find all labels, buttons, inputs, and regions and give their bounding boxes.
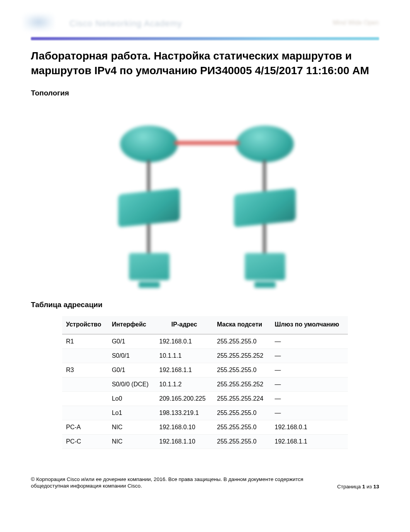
header-brand-text: Cisco Networking Academy <box>69 19 193 29</box>
header-right-text: Mind Wide Open <box>333 19 379 28</box>
table-row: PC-ANIC192.168.0.10255.255.255.0192.168.… <box>62 420 348 434</box>
cell-device: R3 <box>62 363 108 377</box>
cell-interface: NIC <box>108 434 156 449</box>
cell-mask: 255.255.255.0 <box>213 420 271 434</box>
cell-ip: 192.168.1.1 <box>155 363 213 377</box>
cell-ip: 192.168.1.10 <box>155 434 213 449</box>
cell-mask: 255.255.255.0 <box>213 406 271 420</box>
serial-link-icon <box>174 141 240 145</box>
cell-mask: 255.255.255.0 <box>213 334 271 349</box>
page-header: Cisco Networking Academy Mind Wide Open <box>31 12 379 35</box>
cell-mask: 255.255.255.252 <box>213 377 271 391</box>
cell-device: R1 <box>62 334 108 349</box>
cell-interface: G0/1 <box>108 363 156 377</box>
document-title: Лабораторная работа. Настройка статическ… <box>31 49 379 78</box>
table-header-row: Устройство Интерфейс IP-адрес Маска подс… <box>62 316 348 334</box>
cisco-logo-blur <box>23 14 54 31</box>
cell-mask: 255.255.255.252 <box>213 348 271 363</box>
table-row: Lo0209.165.200.225255.255.255.224— <box>62 391 348 406</box>
col-interface: Интерфейс <box>108 316 156 334</box>
footer-page-prefix: Страница <box>337 484 362 490</box>
cell-gateway: — <box>271 406 348 420</box>
pc-icon <box>242 253 288 288</box>
router-icon <box>236 126 294 162</box>
cell-ip: 10.1.1.2 <box>155 377 213 391</box>
cell-gateway: — <box>271 348 348 363</box>
cell-ip: 10.1.1.1 <box>155 348 213 363</box>
topology-diagram-wrap <box>31 104 379 290</box>
cell-interface: Lo0 <box>108 391 156 406</box>
switch-icon <box>118 188 180 227</box>
cell-ip: 192.168.0.10 <box>155 420 213 434</box>
cell-device <box>62 391 108 406</box>
cell-interface: S0/0/0 (DCE) <box>108 377 156 391</box>
cell-device <box>62 348 108 363</box>
section-addressing-heading: Таблица адресации <box>31 301 379 309</box>
table-row: S0/0/0 (DCE)10.1.1.2255.255.255.252— <box>62 377 348 391</box>
switch-icon <box>234 188 296 227</box>
table-row: R1G0/1192.168.0.1255.255.255.0— <box>62 334 348 349</box>
header-divider <box>31 37 379 40</box>
ethernet-link-icon <box>147 224 150 255</box>
cell-gateway: — <box>271 334 348 349</box>
cell-gateway: 192.168.0.1 <box>271 420 348 434</box>
col-gateway: Шлюз по умолчанию <box>271 316 348 334</box>
document-page: Cisco Networking Academy Mind Wide Open … <box>0 0 410 505</box>
pc-monitor-icon <box>129 253 169 280</box>
ethernet-link-icon <box>263 160 266 191</box>
page-footer: © Корпорация Cisco и/или ее дочерние ком… <box>31 476 379 490</box>
cell-interface: NIC <box>108 420 156 434</box>
col-mask: Маска подсети <box>213 316 271 334</box>
cell-mask: 255.255.255.0 <box>213 363 271 377</box>
pc-base-icon <box>254 282 276 288</box>
ethernet-link-icon <box>263 224 266 255</box>
section-topology-heading: Топология <box>31 89 379 97</box>
cell-gateway: — <box>271 363 348 377</box>
table-row: PC-CNIC192.168.1.10255.255.255.0192.168.… <box>62 434 348 449</box>
pc-icon <box>126 253 172 288</box>
topology-diagram <box>97 104 313 290</box>
ethernet-link-icon <box>147 160 150 191</box>
cell-device <box>62 377 108 391</box>
table-row: S0/0/110.1.1.1255.255.255.252— <box>62 348 348 363</box>
cell-gateway: — <box>271 391 348 406</box>
cell-ip: 198.133.219.1 <box>155 406 213 420</box>
footer-copyright: © Корпорация Cisco и/или ее дочерние ком… <box>31 476 309 490</box>
col-device: Устройство <box>62 316 108 334</box>
cell-gateway: — <box>271 377 348 391</box>
cell-device <box>62 406 108 420</box>
footer-page-number: Страница 1 из 13 <box>337 484 379 490</box>
router-icon <box>120 126 178 162</box>
cell-device: PC-C <box>62 434 108 449</box>
pc-base-icon <box>139 282 160 288</box>
cell-interface: Lo1 <box>108 406 156 420</box>
cell-gateway: 192.168.1.1 <box>271 434 348 449</box>
col-ip: IP-адрес <box>155 316 213 334</box>
cell-interface: G0/1 <box>108 334 156 349</box>
cell-ip: 209.165.200.225 <box>155 391 213 406</box>
addressing-table: Устройство Интерфейс IP-адрес Маска подс… <box>62 316 348 449</box>
footer-page-total: 13 <box>373 484 379 490</box>
cell-ip: 192.168.0.1 <box>155 334 213 349</box>
cell-interface: S0/0/1 <box>108 348 156 363</box>
table-row: R3G0/1192.168.1.1255.255.255.0— <box>62 363 348 377</box>
footer-page-current: 1 <box>362 484 365 490</box>
table-row: Lo1198.133.219.1255.255.255.0— <box>62 406 348 420</box>
cell-device: PC-A <box>62 420 108 434</box>
cell-mask: 255.255.255.224 <box>213 391 271 406</box>
footer-page-sep: из <box>365 484 373 490</box>
cell-mask: 255.255.255.0 <box>213 434 271 449</box>
pc-monitor-icon <box>245 253 285 280</box>
